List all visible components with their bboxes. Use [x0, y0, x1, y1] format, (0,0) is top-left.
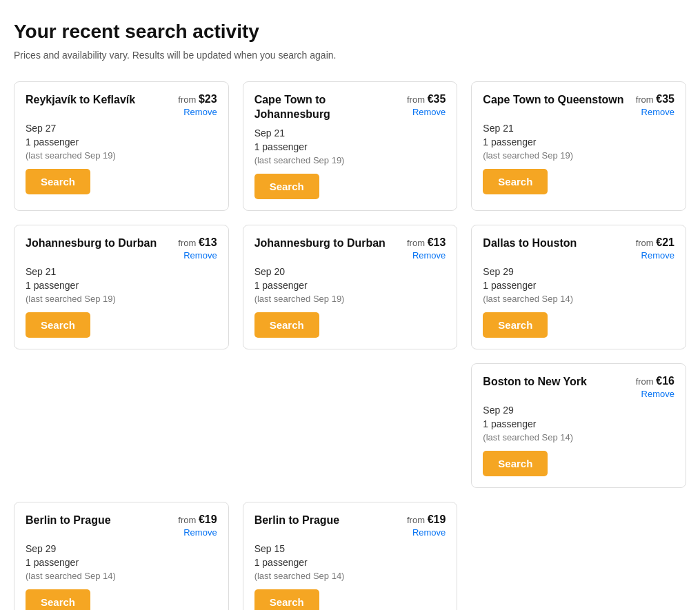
card-price: €35 — [656, 93, 674, 105]
search-button[interactable]: Search — [26, 169, 90, 194]
card-from-label: from — [407, 94, 428, 105]
card-from-label: from — [636, 376, 657, 387]
card-route: Dallas to Houston — [483, 236, 628, 251]
card-price: €16 — [656, 375, 674, 387]
card-date: Sep 21 — [483, 123, 674, 134]
card-header: Cape Town to Queenstown from €35 Remove — [483, 93, 674, 117]
card-passengers: 1 passenger — [254, 280, 446, 291]
card-route: Cape Town to Queenstown — [483, 93, 628, 108]
card-price-block: from €35 Remove — [407, 93, 446, 117]
card-date: Sep 29 — [26, 543, 217, 554]
card-last-searched: (last searched Sep 14) — [483, 432, 674, 443]
card-date: Sep 29 — [483, 266, 674, 277]
card-price-block: from €19 Remove — [407, 514, 446, 538]
card-passengers: 1 passenger — [483, 418, 674, 429]
page-title: Your recent search activity — [14, 21, 686, 43]
card-last-searched: (last searched Sep 19) — [26, 294, 217, 304]
card-price: €35 — [428, 93, 446, 105]
remove-link[interactable]: Remove — [636, 250, 674, 261]
search-button[interactable]: Search — [483, 451, 548, 476]
remove-link[interactable]: Remove — [178, 107, 217, 117]
page-subtitle: Prices and availability vary. Results wi… — [14, 50, 686, 61]
card-route: Berlin to Prague — [26, 514, 171, 528]
card-last-searched: (last searched Sep 19) — [26, 150, 217, 161]
card-price-block: from €35 Remove — [636, 93, 674, 117]
card-passengers: 1 passenger — [483, 136, 674, 148]
search-button[interactable]: Search — [26, 589, 90, 610]
remove-link[interactable]: Remove — [178, 527, 217, 538]
card-price-block: from €13 Remove — [178, 236, 217, 261]
card-5: Johannesburg to Durban from €13 Remove S… — [243, 225, 458, 349]
card-last-searched: (last searched Sep 19) — [483, 150, 674, 161]
card-last-searched: (last searched Sep 19) — [254, 155, 446, 165]
card-last-searched: (last searched Sep 14) — [26, 571, 217, 581]
card-from-label: from — [407, 515, 428, 525]
card-header: Berlin to Prague from €19 Remove — [254, 514, 446, 538]
card-actions: Search — [483, 312, 674, 338]
card-1: Reykjavík to Keflavík from $23 Remove Se… — [14, 81, 229, 211]
card-from-label: from — [636, 94, 657, 105]
card-7: Boston to New York from €16 Remove Sep 2… — [471, 363, 686, 488]
card-from-label: from — [178, 238, 199, 248]
remove-link[interactable]: Remove — [407, 527, 446, 538]
card-last-searched: (last searched Sep 14) — [254, 571, 446, 581]
remove-link[interactable]: Remove — [636, 107, 674, 117]
card-date: Sep 27 — [26, 123, 217, 134]
card-price: €19 — [199, 514, 217, 525]
card-8: Berlin to Prague from €19 Remove Sep 29 … — [14, 502, 229, 610]
card-price: €21 — [656, 236, 674, 248]
card-date: Sep 21 — [26, 266, 217, 277]
card-passengers: 1 passenger — [254, 557, 446, 568]
card-route: Reykjavík to Keflavík — [26, 93, 171, 108]
search-button[interactable]: Search — [254, 174, 319, 199]
search-button[interactable]: Search — [254, 589, 319, 610]
card-price: €19 — [428, 514, 446, 525]
card-from-label: from — [407, 238, 428, 248]
card-route: Johannesburg to Durban — [254, 236, 400, 251]
card-price: $23 — [199, 93, 217, 105]
card-date: Sep 21 — [254, 128, 446, 139]
remove-link[interactable]: Remove — [407, 107, 446, 117]
card-actions: Search — [254, 174, 446, 199]
card-price-block: from €19 Remove — [178, 514, 217, 538]
card-header: Boston to New York from €16 Remove — [483, 375, 674, 399]
card-3: Cape Town to Queenstown from €35 Remove … — [471, 81, 686, 211]
search-button[interactable]: Search — [483, 312, 548, 338]
card-route: Boston to New York — [483, 375, 628, 389]
card-actions: Search — [26, 312, 217, 338]
card-date: Sep 15 — [254, 543, 446, 554]
card-price: €13 — [199, 236, 217, 248]
remove-link[interactable]: Remove — [407, 250, 446, 261]
search-activity-grid: Reykjavík to Keflavík from $23 Remove Se… — [14, 81, 686, 610]
card-actions: Search — [254, 312, 446, 338]
card-price: €13 — [428, 236, 446, 248]
card-header: Johannesburg to Durban from €13 Remove — [26, 236, 217, 261]
card-2: Cape Town to Johannesburg from €35 Remov… — [243, 81, 458, 211]
card-passengers: 1 passenger — [26, 557, 217, 568]
card-header: Berlin to Prague from €19 Remove — [26, 514, 217, 538]
remove-link[interactable]: Remove — [636, 389, 674, 399]
card-passengers: 1 passenger — [254, 141, 446, 152]
card-from-label: from — [178, 94, 199, 105]
search-button[interactable]: Search — [483, 169, 548, 194]
card-last-searched: (last searched Sep 19) — [254, 294, 446, 304]
card-price-block: from €21 Remove — [636, 236, 674, 261]
card-4: Johannesburg to Durban from €13 Remove S… — [14, 225, 229, 349]
card-date: Sep 29 — [483, 405, 674, 416]
card-from-label: from — [636, 238, 657, 248]
card-price-block: from $23 Remove — [178, 93, 217, 117]
card-route: Berlin to Prague — [254, 514, 400, 528]
remove-link[interactable]: Remove — [178, 250, 217, 261]
card-actions: Search — [483, 451, 674, 476]
card-actions: Search — [26, 169, 217, 194]
card-actions: Search — [26, 589, 217, 610]
card-9: Berlin to Prague from €19 Remove Sep 15 … — [243, 502, 458, 610]
card-passengers: 1 passenger — [26, 280, 217, 291]
card-header: Reykjavík to Keflavík from $23 Remove — [26, 93, 217, 117]
card-passengers: 1 passenger — [483, 280, 674, 291]
search-button[interactable]: Search — [26, 312, 90, 338]
search-button[interactable]: Search — [254, 312, 319, 338]
card-route: Cape Town to Johannesburg — [254, 93, 400, 122]
card-passengers: 1 passenger — [26, 136, 217, 148]
card-price-block: from €13 Remove — [407, 236, 446, 261]
